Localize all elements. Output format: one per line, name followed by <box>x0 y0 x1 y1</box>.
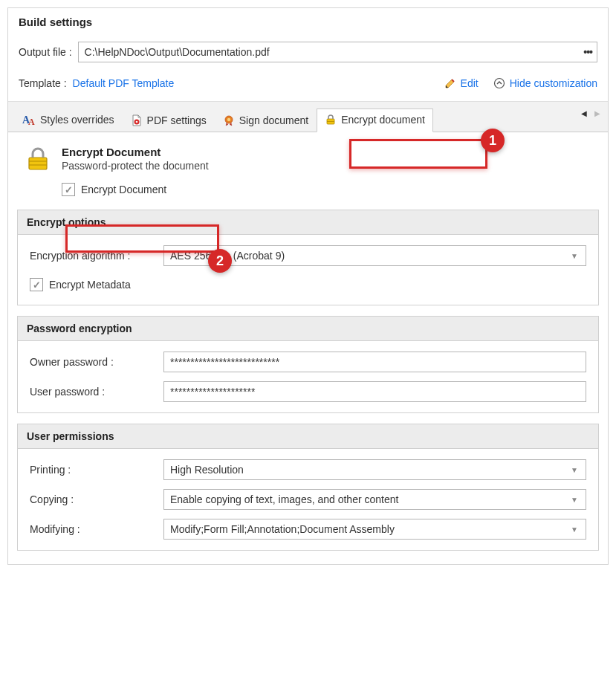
rosette-icon <box>223 114 235 126</box>
user-password-input[interactable]: ********************* <box>163 381 586 402</box>
tab-sign-document[interactable]: Sign document <box>215 109 317 132</box>
encrypt-document-checkbox[interactable] <box>62 183 75 196</box>
encrypt-metadata-row: Encrypt Metadata <box>30 275 586 294</box>
encrypt-subtitle: Password-protect the document <box>62 160 209 172</box>
build-settings-panel: Build settings Output file : C:\HelpNDoc… <box>7 7 609 565</box>
chevron-down-icon: ▼ <box>571 466 578 474</box>
copying-label: Copying : <box>30 493 163 505</box>
encrypt-document-checkbox-row: Encrypt Document <box>62 180 599 199</box>
collapse-icon <box>493 77 505 89</box>
output-file-label: Output file : <box>19 46 78 58</box>
pdf-icon <box>131 114 143 126</box>
template-label: Template : <box>19 77 73 89</box>
output-file-value: C:\HelpNDoc\Output\Documentation.pdf <box>85 46 270 58</box>
owner-password-input[interactable]: *************************** <box>163 352 586 372</box>
tab-encrypt-document[interactable]: Encrypt document <box>317 109 433 132</box>
modifying-label: Modifying : <box>30 523 163 535</box>
tab-scroll-right[interactable]: ▶ <box>594 109 600 117</box>
modifying-select[interactable]: Modify;Form Fill;Annotation;Document Ass… <box>163 519 586 540</box>
chevron-down-icon: ▼ <box>571 252 578 260</box>
permissions-section-header: User permissions <box>18 424 598 449</box>
owner-password-label: Owner password : <box>30 356 163 368</box>
algo-value: AES 256 bits (Acrobat 9) <box>170 250 285 262</box>
chevron-down-icon: ▼ <box>571 525 578 534</box>
encrypt-tab-content: Encrypt Document Password-protect the do… <box>8 132 608 564</box>
tab-styles-overrides[interactable]: A A Styles overrides <box>14 108 123 132</box>
edit-link[interactable]: Edit <box>444 77 479 89</box>
tab-scroll-left[interactable]: ◀ <box>581 109 587 117</box>
browse-button[interactable]: ••• <box>583 46 592 58</box>
encrypt-metadata-label: Encrypt Metadata <box>49 279 131 291</box>
hide-customization-link[interactable]: Hide customization <box>493 77 597 89</box>
tab-sign-label: Sign document <box>239 114 308 126</box>
copying-select[interactable]: Enable copying of text, images, and othe… <box>163 489 586 510</box>
user-password-label: User password : <box>30 386 163 398</box>
svg-point-5 <box>227 118 230 121</box>
encrypt-options-header: Encrypt options <box>18 210 598 235</box>
tab-encrypt-label: Encrypt document <box>341 114 425 126</box>
encrypt-metadata-checkbox[interactable] <box>30 278 43 291</box>
password-section-header: Password encryption <box>18 317 598 341</box>
algo-label: Encryption algorithm : <box>30 250 163 262</box>
password-section: Password encryption Owner password : ***… <box>17 316 599 413</box>
svg-rect-8 <box>29 158 47 169</box>
modifying-value: Modify;Form Fill;Annotation;Document Ass… <box>170 523 395 535</box>
tabs-bar: A A Styles overrides PDF settings <box>8 101 608 132</box>
algo-select[interactable]: AES 256 bits (Acrobat 9) ▼ <box>163 245 586 266</box>
styles-icon: A A <box>22 113 36 126</box>
lock-large-icon <box>25 146 51 172</box>
tab-pdf-label: PDF settings <box>147 114 207 126</box>
svg-text:A: A <box>28 117 35 126</box>
encrypt-title: Encrypt Document <box>62 146 209 158</box>
permissions-section: User permissions Printing : High Resolut… <box>17 424 599 551</box>
printing-select[interactable]: High Resolution ▼ <box>163 459 586 480</box>
output-file-row: Output file : C:\HelpNDoc\Output\Documen… <box>8 40 608 73</box>
encrypt-document-checkbox-label: Encrypt Document <box>81 184 166 195</box>
copying-value: Enable copying of text, images, and othe… <box>170 493 398 505</box>
tab-pdf-settings[interactable]: PDF settings <box>123 109 215 132</box>
template-row: Template : Default PDF Template Edit Hid… <box>8 73 608 101</box>
output-file-input[interactable]: C:\HelpNDoc\Output\Documentation.pdf ••• <box>78 42 597 62</box>
pencil-icon <box>444 77 456 89</box>
panel-title: Build settings <box>8 8 608 40</box>
hide-label: Hide customization <box>510 77 597 89</box>
printing-value: High Resolution <box>170 464 244 476</box>
lock-icon <box>325 114 337 126</box>
encrypt-header: Encrypt Document Password-protect the do… <box>17 143 599 180</box>
chevron-down-icon: ▼ <box>571 496 578 504</box>
printing-label: Printing : <box>30 464 163 476</box>
tab-scroll-nav: ◀ ▶ <box>581 109 600 117</box>
template-link[interactable]: Default PDF Template <box>73 77 175 89</box>
edit-label: Edit <box>461 77 479 89</box>
tab-styles-label: Styles overrides <box>40 114 114 126</box>
svg-point-0 <box>494 79 504 88</box>
encrypt-options-section: Encrypt options Encryption algorithm : A… <box>17 210 599 305</box>
